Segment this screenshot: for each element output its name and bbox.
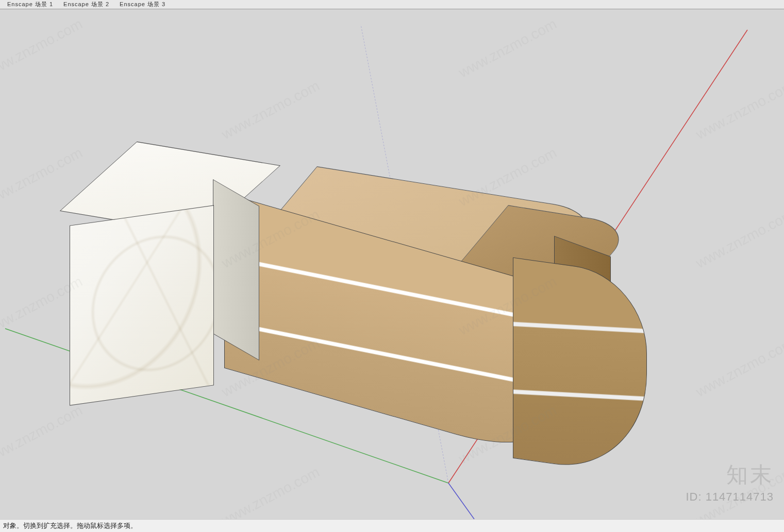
marble-block-section bbox=[70, 164, 245, 390]
status-bar: 对象。切换到扩充选择。拖动鼠标选择多项。 bbox=[0, 519, 784, 532]
scene-tab-2[interactable]: Enscape 场景 2 bbox=[58, 1, 114, 8]
svg-line-2 bbox=[448, 483, 474, 519]
reception-desk-model[interactable] bbox=[49, 143, 642, 478]
scene-tabs-bar: Enscape 场景 1 Enscape 场景 2 Enscape 场景 3 bbox=[0, 0, 784, 9]
3d-viewport[interactable]: www.znzmo.com www.znzmo.com www.znzmo.co… bbox=[0, 9, 784, 519]
status-text: 对象。切换到扩充选择。拖动鼠标选择多项。 bbox=[3, 521, 137, 530]
scene-tab-3[interactable]: Enscape 场景 3 bbox=[114, 1, 171, 8]
wood-desk-section bbox=[224, 210, 637, 468]
scene-tab-1[interactable]: Enscape 场景 1 bbox=[2, 1, 58, 8]
